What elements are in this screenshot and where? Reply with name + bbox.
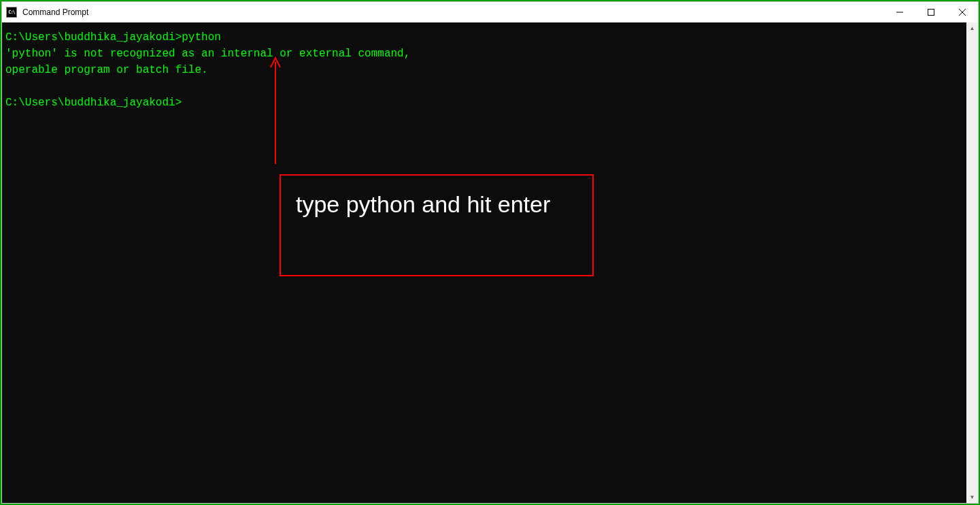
cmd-icon (6, 7, 17, 18)
maximize-button[interactable] (915, 2, 947, 22)
output-line: C:\Users\buddhika_jayakodi>python (5, 29, 966, 46)
window-controls (884, 2, 978, 22)
annotation-text: type python and hit enter (296, 191, 550, 217)
output-line: operable program or batch file. (5, 62, 966, 78)
terminal-output[interactable]: C:\Users\buddhika_jayakodi>python 'pytho… (2, 22, 966, 503)
prompt: C:\Users\buddhika_jayakodi> (5, 31, 182, 44)
vertical-scrollbar[interactable]: ▲ ▼ (966, 22, 978, 503)
scroll-up-arrow-icon[interactable]: ▲ (966, 22, 978, 34)
output-line: 'python' is not recognized as an interna… (5, 46, 966, 62)
command-input: python (182, 31, 221, 44)
svg-rect-1 (928, 10, 934, 16)
command-prompt-window: Command Prompt C:\Users\buddhika_jayakod… (1, 1, 979, 504)
prompt: C:\Users\buddhika_jayakodi> (5, 97, 182, 109)
content-area: C:\Users\buddhika_jayakodi>python 'pytho… (2, 22, 978, 503)
output-line: C:\Users\buddhika_jayakodi> (5, 95, 966, 111)
close-button[interactable] (947, 2, 978, 22)
scroll-track[interactable] (966, 34, 978, 491)
titlebar[interactable]: Command Prompt (2, 2, 978, 22)
scroll-down-arrow-icon[interactable]: ▼ (966, 491, 978, 503)
annotation-callout: type python and hit enter (280, 174, 594, 276)
minimize-button[interactable] (884, 2, 915, 22)
window-title: Command Prompt (22, 7, 88, 17)
output-line (5, 78, 966, 95)
